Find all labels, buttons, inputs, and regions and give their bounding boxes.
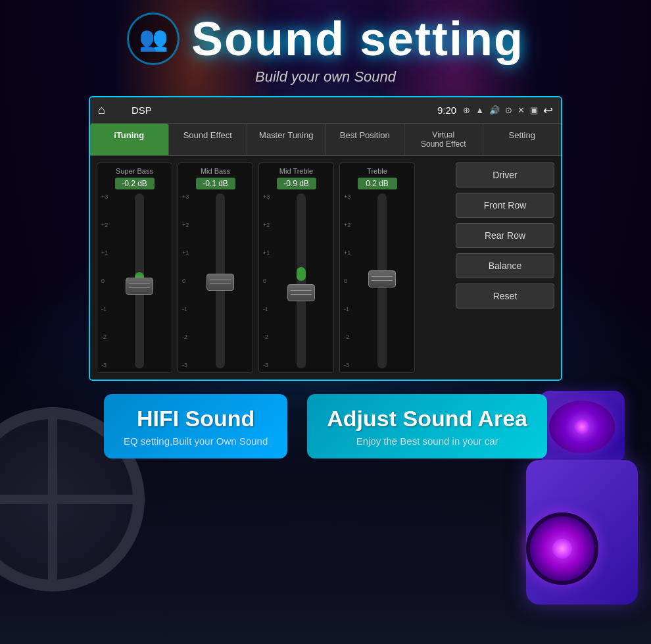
- midbass-label: Mid Bass: [201, 167, 230, 175]
- tab-bestposition[interactable]: Best Position: [326, 124, 405, 155]
- midtreble-scale: +3 +2 +1 0 -1 -2 -3: [262, 193, 271, 368]
- tabs-bar: iTuning Sound Effect Master Tuning Best …: [90, 124, 561, 156]
- midtreble-fill: [297, 267, 306, 281]
- midtreble-handle[interactable]: [287, 284, 315, 301]
- eq-channel-superbass: Super Bass -0.2 dB +3 +2 +1 0 -1 -2 -3: [97, 162, 172, 373]
- midtreble-value: -0.9 dB: [277, 178, 316, 189]
- app-name: DSP: [132, 105, 152, 116]
- driver-button[interactable]: Driver: [456, 162, 554, 187]
- treble-scale: +3 +2 +1 0 -1 -2 -3: [343, 193, 352, 368]
- reset-button[interactable]: Reset: [456, 284, 554, 309]
- people-icon: 👥: [139, 25, 168, 53]
- eq-section: Super Bass -0.2 dB +3 +2 +1 0 -1 -2 -3: [97, 162, 449, 373]
- window-icon[interactable]: ▣: [530, 105, 538, 115]
- back-icon[interactable]: ↩: [543, 103, 553, 118]
- hifi-subtitle: EQ setting,Built your Own Sound: [124, 435, 268, 447]
- tab-virtualsoundeffect[interactable]: VirtualSound Effect: [404, 124, 483, 155]
- eq-channel-treble: Treble 0.2 dB +3 +2 +1 0 -1 -2 -3: [339, 162, 415, 373]
- volume-icon: 🔊: [489, 105, 500, 115]
- midtreble-label: Mid Treble: [279, 167, 313, 175]
- status-icons: ⊕ ▲ 🔊 ⊙ ✕ ▣ ↩: [463, 103, 553, 118]
- header-title: Sound setting: [191, 12, 524, 66]
- adjust-card[interactable]: Adjust Sound Area Enjoy the Best sound i…: [307, 394, 547, 458]
- superbass-label: Super Bass: [116, 167, 153, 175]
- main-content: 👥 Sound setting Build your own Sound ⌂ D…: [0, 0, 651, 644]
- dsp-panel: ⌂ DSP 9:20 ⊕ ▲ 🔊 ⊙ ✕ ▣ ↩ iTuning Sound E…: [89, 96, 562, 381]
- treble-handle[interactable]: [368, 270, 396, 287]
- close-icon[interactable]: ✕: [518, 105, 525, 115]
- midbass-track: [190, 193, 250, 368]
- midbass-value: -0.1 dB: [196, 178, 235, 189]
- superbass-value: -0.2 dB: [115, 178, 155, 189]
- adjust-subtitle: Enjoy the Best sound in your car: [356, 435, 498, 447]
- eq-channel-midbass: Mid Bass -0.1 dB +3 +2 +1 0 -1 -2 -3: [178, 162, 253, 373]
- eq-channel-midtreble: Mid Treble -0.9 dB +3 +2 +1 0 -1 -2 -3: [258, 162, 334, 373]
- midtreble-slider[interactable]: +3 +2 +1 0 -1 -2 -3: [262, 193, 331, 368]
- frontrow-button[interactable]: Front Row: [456, 193, 554, 218]
- superbass-scale: +3 +2 +1 0 -1 -2 -3: [100, 193, 109, 368]
- rearrow-button[interactable]: Rear Row: [456, 223, 554, 248]
- location-icon: ⊕: [463, 105, 470, 115]
- midtreble-track: [271, 193, 331, 368]
- superbass-handle[interactable]: [126, 278, 153, 295]
- midtreble-track-bg: [297, 193, 306, 368]
- midbass-scale: +3 +2 +1 0 -1 -2 -3: [181, 193, 190, 368]
- midbass-handle[interactable]: [206, 274, 234, 291]
- header: 👥 Sound setting: [127, 12, 524, 66]
- wifi-icon: ▲: [475, 105, 484, 115]
- camera-icon: ⊙: [505, 105, 512, 115]
- tab-setting[interactable]: Setting: [483, 124, 562, 155]
- treble-label: Treble: [367, 167, 387, 175]
- bottom-section: HIFI Sound EQ setting,Built your Own Sou…: [104, 394, 547, 458]
- tab-soundeffect[interactable]: Sound Effect: [169, 124, 248, 155]
- hifi-title: HIFI Sound: [137, 406, 254, 432]
- home-icon[interactable]: ⌂: [98, 103, 105, 117]
- adjust-title: Adjust Sound Area: [327, 406, 527, 432]
- clock: 9:20: [437, 105, 456, 116]
- midbass-slider[interactable]: +3 +2 +1 0 -1 -2 -3: [181, 193, 250, 368]
- treble-track: [352, 193, 412, 368]
- tab-mastertuning[interactable]: Master Tuning: [247, 124, 326, 155]
- tab-ituning[interactable]: iTuning: [90, 124, 169, 155]
- panel-body: Super Bass -0.2 dB +3 +2 +1 0 -1 -2 -3: [90, 156, 561, 380]
- treble-value: 0.2 dB: [358, 178, 397, 189]
- status-bar: ⌂ DSP 9:20 ⊕ ▲ 🔊 ⊙ ✕ ▣ ↩: [90, 97, 561, 124]
- balance-button[interactable]: Balance: [456, 253, 554, 278]
- superbass-track: [109, 193, 169, 368]
- treble-slider[interactable]: +3 +2 +1 0 -1 -2 -3: [343, 193, 412, 368]
- hifi-card[interactable]: HIFI Sound EQ setting,Built your Own Sou…: [104, 394, 287, 458]
- header-subtitle: Build your own Sound: [255, 68, 396, 86]
- header-icon: 👥: [127, 12, 180, 65]
- btn-section: Driver Front Row Rear Row Balance Reset: [456, 162, 554, 373]
- superbass-slider[interactable]: +3 +2 +1 0 -1 -2 -3: [100, 193, 169, 368]
